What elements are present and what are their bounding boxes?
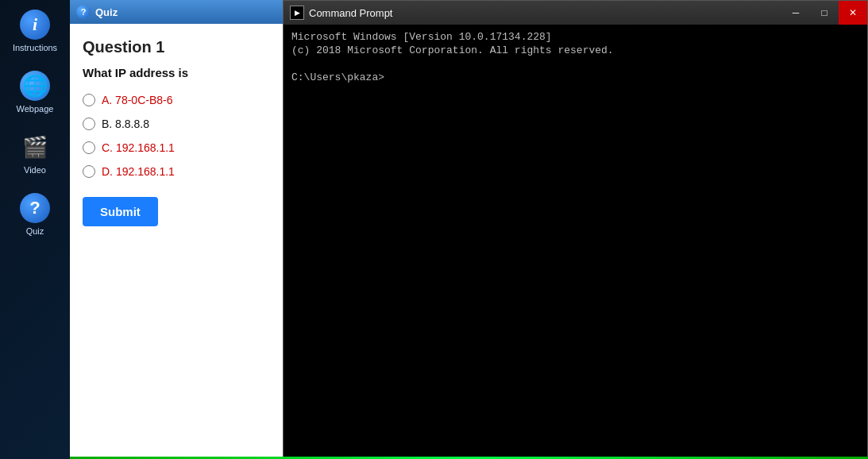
answer-label-a: A. 78-0C-B8-6 <box>102 94 172 106</box>
close-button[interactable]: ✕ <box>839 1 867 25</box>
quiz-window-title: Quiz <box>95 6 118 18</box>
quiz-window: ? Quiz Question 1 What IP address is A. … <box>70 0 284 459</box>
sidebar-label-webpage: Webpage <box>17 104 54 114</box>
cmd-icon <box>290 6 304 20</box>
cmd-line-3 <box>291 58 859 70</box>
cmd-title: Command Prompt <box>309 7 392 19</box>
film-icon: 🎬 <box>19 131 51 163</box>
sidebar-item-video[interactable]: 🎬 Video <box>0 126 70 179</box>
cmd-line-1: Microsoft Windows [Version 10.0.17134.22… <box>291 31 859 43</box>
answer-option-d[interactable]: D. 192.168.1.1 <box>83 165 272 178</box>
answer-option-a[interactable]: A. 78-0C-B8-6 <box>83 94 272 106</box>
sidebar: i Instructions Webpage 🎬 Video ? Quiz <box>0 0 70 459</box>
radio-b[interactable] <box>83 118 95 130</box>
cmd-body: Microsoft Windows [Version 10.0.17134.22… <box>284 25 867 458</box>
main-content: ? Quiz Question 1 What IP address is A. … <box>70 0 868 459</box>
cmd-prompt-line: C:\Users\pkaza> <box>291 71 859 83</box>
cmd-controls: ─ □ ✕ <box>781 1 867 25</box>
answer-option-b[interactable]: B. 8.8.8.8 <box>83 118 272 130</box>
question-text: What IP address is <box>83 66 272 79</box>
question-number: Question 1 <box>83 38 272 56</box>
cmd-line-2: (c) 2018 Microsoft Corporation. All righ… <box>291 44 859 56</box>
sidebar-item-quiz[interactable]: ? Quiz <box>0 187 70 241</box>
cmd-window: Command Prompt ─ □ ✕ Microsoft Windows [… <box>283 0 868 459</box>
sidebar-item-instructions[interactable]: i Instructions <box>0 4 70 57</box>
maximize-button[interactable]: □ <box>810 1 839 25</box>
quiz-window-icon: ? <box>76 5 91 19</box>
info-icon: i <box>19 9 51 40</box>
cmd-titlebar: Command Prompt ─ □ ✕ <box>284 1 867 25</box>
radio-a[interactable] <box>83 94 95 106</box>
submit-button[interactable]: Submit <box>83 197 158 226</box>
answer-label-b: B. 8.8.8.8 <box>102 118 149 130</box>
quiz-titlebar: ? Quiz <box>70 0 284 24</box>
sidebar-item-webpage[interactable]: Webpage <box>0 65 70 118</box>
quiz-body: Question 1 What IP address is A. 78-0C-B… <box>70 24 284 459</box>
answer-option-c[interactable]: C. 192.168.1.1 <box>83 141 272 154</box>
sidebar-label-instructions: Instructions <box>13 43 57 52</box>
answer-label-d: D. 192.168.1.1 <box>102 165 175 178</box>
sidebar-label-video: Video <box>24 165 46 175</box>
answer-label-c: C. 192.168.1.1 <box>102 141 175 154</box>
radio-c[interactable] <box>83 141 95 154</box>
globe-icon <box>19 70 51 102</box>
minimize-button[interactable]: ─ <box>781 1 810 25</box>
radio-d[interactable] <box>83 165 95 178</box>
sidebar-label-quiz: Quiz <box>26 226 44 236</box>
question-icon: ? <box>19 192 51 224</box>
